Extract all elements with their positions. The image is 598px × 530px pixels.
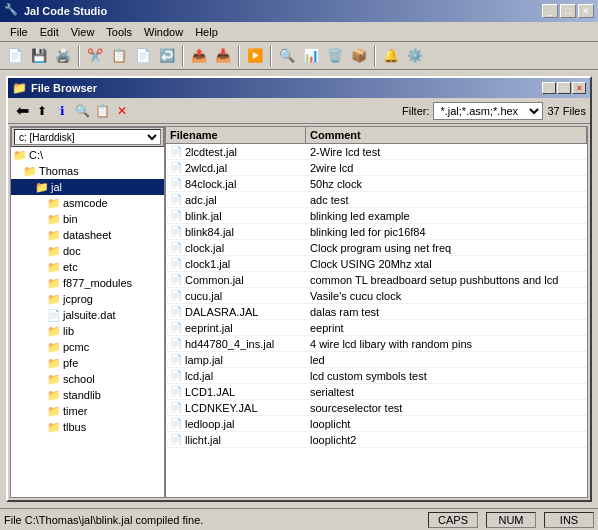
file-cell-name: 📄 eeprint.jal: [166, 322, 306, 334]
column-header-comment[interactable]: Comment: [306, 127, 587, 143]
import-button[interactable]: 📥: [212, 45, 234, 67]
file-cell-comment: led: [306, 354, 587, 366]
menu-file[interactable]: File: [4, 25, 34, 39]
table-row[interactable]: 📄 llicht.jal looplicht2: [166, 432, 587, 448]
table-row[interactable]: 📄 adc.jal adc test: [166, 192, 587, 208]
file-cell-name: 📄 LCDNKEY.JAL: [166, 402, 306, 414]
tree-item-standlib[interactable]: 📁 standlib: [11, 387, 164, 403]
filename-text: 84clock.jal: [185, 178, 236, 190]
tree-item-etc[interactable]: 📁 etc: [11, 259, 164, 275]
folder-icon: 📁: [47, 421, 61, 434]
table-row[interactable]: 📄 clock.jal Clock program using net freq: [166, 240, 587, 256]
file-cell-name: 📄 hd44780_4_ins.jal: [166, 338, 306, 350]
package-button[interactable]: 📦: [348, 45, 370, 67]
tree-item-bin[interactable]: 📁 bin: [11, 211, 164, 227]
tree-panel: c: [Harddisk] 📁 C:\ 📁 Thomas 📁 jal: [11, 127, 166, 497]
fb-copy-button[interactable]: 📋: [92, 101, 112, 121]
maximize-button[interactable]: □: [560, 4, 576, 18]
fb-close-button[interactable]: ✕: [572, 82, 586, 94]
filename-text: adc.jal: [185, 194, 217, 206]
tree-item-jalsuite[interactable]: 📄 jalsuite.dat: [11, 307, 164, 323]
settings-button[interactable]: ⚙️: [404, 45, 426, 67]
tree-item-school[interactable]: 📁 school: [11, 371, 164, 387]
save-button[interactable]: 💾: [28, 45, 50, 67]
tree-item-doc[interactable]: 📁 doc: [11, 243, 164, 259]
export-button[interactable]: 📤: [188, 45, 210, 67]
table-row[interactable]: 📄 84clock.jal 50hz clock: [166, 176, 587, 192]
table-row[interactable]: 📄 DALASRA.JAL dalas ram test: [166, 304, 587, 320]
tree-item-root[interactable]: 📁 C:\: [11, 147, 164, 163]
delete-button[interactable]: 🗑️: [324, 45, 346, 67]
minimize-button[interactable]: _: [542, 4, 558, 18]
notification-button[interactable]: 🔔: [380, 45, 402, 67]
table-row[interactable]: 📄 LCD1.JAL serialtest: [166, 384, 587, 400]
run-button[interactable]: ▶️: [244, 45, 266, 67]
fb-up-button[interactable]: ⬆: [32, 101, 52, 121]
tree-item-jcprog[interactable]: 📁 jcprog: [11, 291, 164, 307]
close-button[interactable]: ✕: [578, 4, 594, 18]
tree-item-jal[interactable]: 📁 jal: [11, 179, 164, 195]
table-row[interactable]: 📄 blink.jal blinking led example: [166, 208, 587, 224]
tree-item-pcmc[interactable]: 📁 pcmc: [11, 339, 164, 355]
print-button[interactable]: 🖨️: [52, 45, 74, 67]
drive-select[interactable]: c: [Harddisk]: [14, 129, 161, 145]
status-caps: CAPS: [428, 512, 478, 528]
menu-help[interactable]: Help: [189, 25, 224, 39]
tree-item-label: timer: [63, 405, 87, 417]
table-row[interactable]: 📄 LCDNKEY.JAL sourceselector test: [166, 400, 587, 416]
undo-button[interactable]: ↩️: [156, 45, 178, 67]
status-ins: INS: [544, 512, 594, 528]
copy-button[interactable]: 📋: [108, 45, 130, 67]
file-icon: 📄: [170, 178, 182, 189]
file-cell-comment: blinking led example: [306, 210, 587, 222]
table-row[interactable]: 📄 lamp.jal led: [166, 352, 587, 368]
table-row[interactable]: 📄 clock1.jal Clock USING 20Mhz xtal: [166, 256, 587, 272]
column-header-filename[interactable]: Filename: [166, 127, 306, 143]
filename-text: LCD1.JAL: [185, 386, 235, 398]
table-row[interactable]: 📄 lcd.jal lcd custom symbols test: [166, 368, 587, 384]
fb-delete-button[interactable]: ✕: [112, 101, 132, 121]
toolbar: 📄 💾 🖨️ ✂️ 📋 📄 ↩️ 📤 📥 ▶️ 🔍 📊 🗑️ 📦 🔔 ⚙️: [0, 42, 598, 70]
tree-item-f877modules[interactable]: 📁 f877_modules: [11, 275, 164, 291]
filter-select[interactable]: *.jal;*.asm;*.hex: [433, 102, 543, 120]
table-row[interactable]: 📄 2wlcd.jal 2wire lcd: [166, 160, 587, 176]
tree-item-datasheet[interactable]: 📁 datasheet: [11, 227, 164, 243]
fb-minimize-button[interactable]: _: [542, 82, 556, 94]
filename-text: lamp.jal: [185, 354, 223, 366]
menu-view[interactable]: View: [65, 25, 101, 39]
new-button[interactable]: 📄: [4, 45, 26, 67]
file-icon: 📄: [170, 210, 182, 221]
tree-item-label: jal: [51, 181, 62, 193]
menu-edit[interactable]: Edit: [34, 25, 65, 39]
tree-item-lib[interactable]: 📁 lib: [11, 323, 164, 339]
paste-button[interactable]: 📄: [132, 45, 154, 67]
tree-item-timer[interactable]: 📁 timer: [11, 403, 164, 419]
table-row[interactable]: 📄 cucu.jal Vasile's cucu clock: [166, 288, 587, 304]
table-row[interactable]: 📄 eeprint.jal eeprint: [166, 320, 587, 336]
fb-search-button[interactable]: 🔍: [72, 101, 92, 121]
menu-tools[interactable]: Tools: [100, 25, 138, 39]
tree-item-asmcode[interactable]: 📁 asmcode: [11, 195, 164, 211]
tree-item-tlbus[interactable]: 📁 tlbus: [11, 419, 164, 435]
file-icon: 📄: [170, 322, 182, 333]
file-cell-name: 📄 clock.jal: [166, 242, 306, 254]
tree-item-pfe[interactable]: 📁 pfe: [11, 355, 164, 371]
folder-icon: 📁: [47, 373, 61, 386]
table-row[interactable]: 📄 Common.jal common TL breadboard setup …: [166, 272, 587, 288]
cut-button[interactable]: ✂️: [84, 45, 106, 67]
table-row[interactable]: 📄 ledloop.jal looplicht: [166, 416, 587, 432]
fb-maximize-button[interactable]: □: [557, 82, 571, 94]
fb-back-button[interactable]: ⬅: [12, 101, 32, 121]
table-row[interactable]: 📄 hd44780_4_ins.jal 4 wire lcd libary wi…: [166, 336, 587, 352]
table-row[interactable]: 📄 blink84.jal blinking led for pic16f84: [166, 224, 587, 240]
fb-info-button[interactable]: ℹ: [52, 101, 72, 121]
chart-button[interactable]: 📊: [300, 45, 322, 67]
tree-item-thomas[interactable]: 📁 Thomas: [11, 163, 164, 179]
table-row[interactable]: 📄 2lcdtest.jal 2-Wire lcd test: [166, 144, 587, 160]
toolbar-sep-4: [270, 46, 272, 66]
file-cell-comment: 2wire lcd: [306, 162, 587, 174]
search-button[interactable]: 🔍: [276, 45, 298, 67]
file-cell-name: 📄 ledloop.jal: [166, 418, 306, 430]
menu-window[interactable]: Window: [138, 25, 189, 39]
folder-icon: 📁: [47, 229, 61, 242]
